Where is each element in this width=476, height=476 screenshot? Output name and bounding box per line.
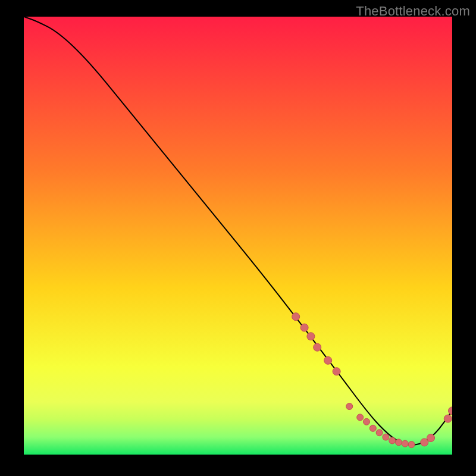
data-marker	[396, 439, 402, 446]
data-marker	[444, 415, 452, 422]
data-marker	[357, 414, 364, 421]
data-marker	[292, 313, 300, 321]
data-marker	[364, 418, 370, 425]
bottleneck-chart	[24, 17, 452, 455]
plot-area	[24, 17, 452, 455]
data-marker	[333, 368, 340, 375]
gradient-background	[24, 17, 452, 455]
data-marker	[324, 356, 332, 364]
data-marker	[402, 440, 408, 447]
data-marker	[376, 430, 383, 436]
chart-frame: TheBottleneck.com	[0, 0, 476, 476]
data-marker	[369, 425, 376, 431]
data-marker	[383, 434, 389, 440]
data-marker	[314, 343, 321, 351]
data-marker	[389, 437, 396, 444]
data-marker	[300, 324, 308, 331]
data-marker	[408, 441, 415, 448]
data-marker	[427, 434, 435, 442]
data-marker	[346, 403, 353, 410]
data-marker	[307, 333, 315, 340]
